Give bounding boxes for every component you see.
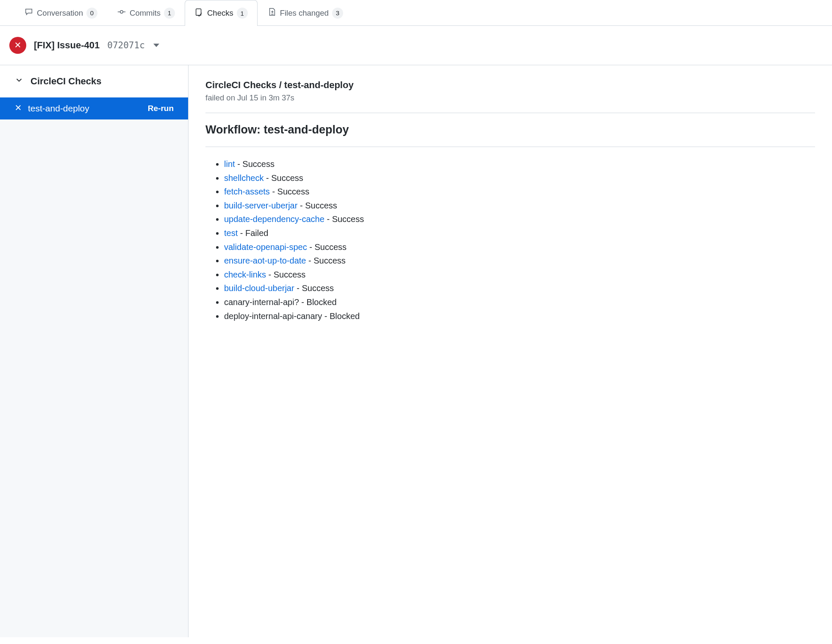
tab-checks[interactable]: Checks 1 [185,0,258,26]
detail-subtitle: failed on Jul 15 in 3m 37s [205,93,815,103]
job-status: - Success [307,242,347,252]
check-run-item[interactable]: test-and-deploy Re-run [0,97,188,119]
pr-title: [FIX] Issue-401 [34,40,100,51]
detail-title: CircleCI Checks / test-and-deploy [205,80,815,91]
checks-icon [194,8,204,19]
job-status: - Success [263,173,303,183]
tab-count: 1 [164,8,175,19]
job-item: lint - Success [224,157,815,171]
job-status: - Success [235,159,275,169]
job-link[interactable]: build-server-uberjar [224,201,297,210]
job-item: fetch-assets - Success [224,185,815,199]
caret-down-icon[interactable] [153,44,159,47]
check-name: test-and-deploy [28,103,89,114]
job-link[interactable]: build-cloud-uberjar [224,283,294,293]
suite-name: CircleCI Checks [31,76,102,87]
job-status: - Success [294,283,334,293]
tab-commits[interactable]: Commits 1 [107,0,185,25]
job-link[interactable]: update-dependency-cache [224,214,324,224]
job-status: - Success [266,270,305,279]
checks-sidebar: CircleCI Checks test-and-deploy Re-run [0,65,189,637]
tab-label: Files changed [280,8,329,18]
job-link[interactable]: shellcheck [224,173,263,183]
main-split: CircleCI Checks test-and-deploy Re-run C… [0,65,832,637]
job-link[interactable]: validate-openapi-spec [224,242,307,252]
job-name: canary-internal-api? [224,297,299,307]
commit-icon [117,7,126,19]
job-name: deploy-internal-api-canary [224,311,322,321]
tab-label: Conversation [37,8,83,18]
job-item: update-dependency-cache - Success [224,212,815,226]
job-item: build-cloud-uberjar - Success [224,281,815,295]
job-status: - Blocked [299,297,337,307]
diff-icon [267,7,277,19]
job-link[interactable]: lint [224,159,235,169]
svg-point-0 [120,11,123,13]
check-suite-header[interactable]: CircleCI Checks [0,65,188,97]
job-link[interactable]: fetch-assets [224,187,270,196]
job-status: - Success [324,214,364,224]
commit-sha-dropdown[interactable]: 072071c [107,40,145,50]
job-item: test - Failed [224,226,815,240]
pr-header: [FIX] Issue-401 072071c [0,26,832,65]
job-item: ensure-aot-up-to-date - Success [224,254,815,268]
pr-tabs: Conversation 0 Commits 1 Checks 1 Files … [0,0,832,26]
job-item: build-server-uberjar - Success [224,199,815,213]
tab-files-changed[interactable]: Files changed 3 [258,0,353,25]
tab-count: 1 [237,8,248,19]
job-link[interactable]: ensure-aot-up-to-date [224,256,306,265]
divider [205,113,815,113]
job-status: - Failed [238,228,268,238]
tab-conversation[interactable]: Conversation 0 [14,0,107,25]
job-link[interactable]: test [224,228,238,238]
job-item: deploy-internal-api-canary - Blocked [224,309,815,323]
chevron-down-icon [14,75,24,87]
job-item: shellcheck - Success [224,171,815,185]
job-item: canary-internal-api? - Blocked [224,295,815,309]
workflow-jobs-list: lint - Successshellcheck - Successfetch-… [205,157,815,323]
status-badge-failed [9,37,26,54]
job-status: - Success [270,187,309,196]
tab-label: Checks [207,8,233,18]
divider [205,147,815,147]
job-item: check-links - Success [224,268,815,282]
tab-label: Commits [130,8,161,18]
job-link[interactable]: check-links [224,270,266,279]
tab-count: 0 [86,8,97,19]
job-status: - Success [306,256,345,265]
x-icon [14,103,22,114]
rerun-button[interactable]: Re-run [148,104,174,113]
job-status: - Success [297,201,337,210]
x-icon [14,41,22,50]
job-status: - Blocked [322,311,360,321]
workflow-heading: Workflow: test-and-deploy [205,123,815,136]
check-detail: CircleCI Checks / test-and-deploy failed… [189,65,832,637]
tab-count: 3 [332,8,343,19]
comment-icon [24,7,33,19]
job-item: validate-openapi-spec - Success [224,240,815,254]
